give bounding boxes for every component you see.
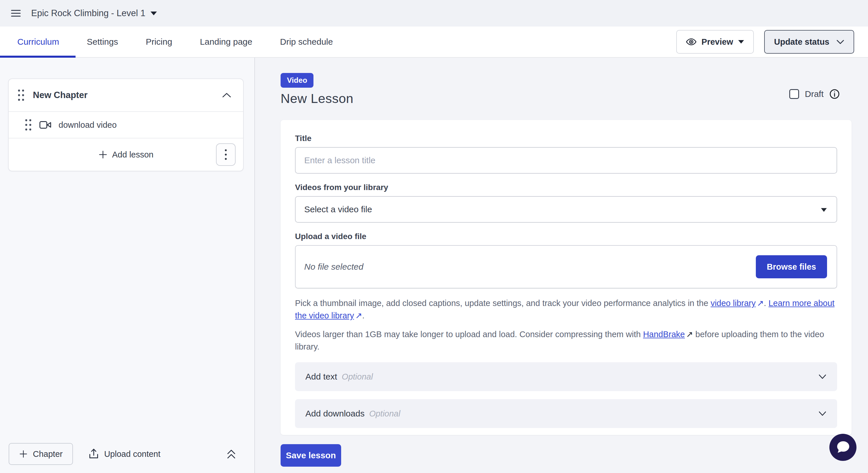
drag-handle-icon[interactable] xyxy=(18,89,24,101)
add-chapter-label: Chapter xyxy=(33,449,63,459)
kebab-menu-icon xyxy=(224,149,227,161)
lesson-type-badge: Video xyxy=(281,73,313,88)
lesson-header: Video New Lesson Draft xyxy=(255,58,868,106)
lesson-item[interactable]: download video xyxy=(9,111,243,138)
draft-checkbox[interactable] xyxy=(789,89,799,99)
chapter-menu-button[interactable] xyxy=(216,143,236,166)
active-tab-underline xyxy=(0,56,75,58)
sidebar-bottom-bar: Chapter Upload content xyxy=(0,435,254,473)
tab-pricing[interactable]: Pricing xyxy=(132,27,186,57)
hamburger-menu-icon[interactable] xyxy=(11,9,21,17)
add-chapter-button[interactable]: Chapter xyxy=(9,443,73,465)
caret-down-icon xyxy=(151,11,157,15)
add-text-accordion[interactable]: Add text Optional xyxy=(295,362,837,391)
page-title: New Lesson xyxy=(281,91,840,106)
tab-settings[interactable]: Settings xyxy=(73,27,132,57)
plus-icon xyxy=(98,150,107,159)
external-link-icon: ↗ xyxy=(685,328,693,341)
update-status-button[interactable]: Update status xyxy=(764,30,854,54)
save-lesson-button[interactable]: Save lesson xyxy=(281,444,341,467)
video-camera-icon xyxy=(39,120,52,129)
lesson-form-card: Title Videos from your library Select a … xyxy=(281,120,851,435)
tab-drip-schedule[interactable]: Drip schedule xyxy=(266,27,347,57)
chat-bubble-icon xyxy=(835,440,850,454)
course-switcher[interactable]: Epic Rock Climbing - Level 1 xyxy=(31,8,157,19)
curriculum-sidebar: New Chapter xyxy=(0,58,255,473)
upload-content-label: Upload content xyxy=(104,449,160,459)
chevron-down-icon xyxy=(818,411,827,416)
tab-landing-page[interactable]: Landing page xyxy=(186,27,266,57)
add-lesson-label: Add lesson xyxy=(112,150,154,159)
caret-down-icon xyxy=(738,40,744,43)
external-link-icon: ↗ xyxy=(755,297,764,310)
file-drop-zone[interactable]: No file selected Browse files xyxy=(295,245,837,288)
library-field-group: Videos from your library Select a video … xyxy=(295,183,837,223)
external-link-icon: ↗ xyxy=(354,310,362,322)
chevron-down-icon xyxy=(818,374,827,380)
course-title: Epic Rock Climbing - Level 1 xyxy=(31,8,145,19)
add-downloads-accordion[interactable]: Add downloads Optional xyxy=(295,399,837,428)
optional-tag: Optional xyxy=(369,409,400,418)
tab-curriculum[interactable]: Curriculum xyxy=(3,27,73,57)
double-chevron-up-icon xyxy=(226,448,237,460)
tab-list: Curriculum Settings Pricing Landing page… xyxy=(0,27,347,57)
plus-icon xyxy=(19,450,28,458)
video-library-link[interactable]: video library xyxy=(711,298,755,308)
lesson-editor: Video New Lesson Draft Title xyxy=(255,58,868,473)
preview-label: Preview xyxy=(702,37,733,47)
upload-field-label: Upload a video file xyxy=(295,232,837,241)
video-library-help-text: Pick a thumbnail image, add closed capti… xyxy=(295,297,837,322)
help-text-segment: . xyxy=(362,311,365,320)
tabbar-actions: Preview Update status xyxy=(676,30,854,54)
topbar: Epic Rock Climbing - Level 1 xyxy=(0,0,868,27)
collapse-sidebar-button[interactable] xyxy=(226,448,237,460)
info-icon[interactable] xyxy=(829,89,840,99)
no-file-text: No file selected xyxy=(304,262,363,272)
chapter-card: New Chapter xyxy=(8,78,244,171)
optional-tag: Optional xyxy=(342,372,373,382)
video-library-select-value: Select a video file xyxy=(304,204,372,214)
chat-widget-button[interactable] xyxy=(829,434,857,461)
chapter-footer: Add lesson xyxy=(9,138,243,171)
library-field-label: Videos from your library xyxy=(295,183,837,192)
preview-button[interactable]: Preview xyxy=(676,30,754,54)
chevron-up-icon[interactable] xyxy=(222,92,231,98)
title-field-label: Title xyxy=(295,134,837,143)
compression-help-text: Videos larger than 1GB may take longer t… xyxy=(295,328,837,353)
tabbar: Curriculum Settings Pricing Landing page… xyxy=(0,27,868,58)
upload-icon xyxy=(89,448,99,460)
drag-handle-icon[interactable] xyxy=(25,119,31,131)
update-status-label: Update status xyxy=(774,37,829,47)
video-library-select[interactable]: Select a video file xyxy=(295,196,837,223)
chevron-down-icon xyxy=(836,39,844,44)
select-caret-icon xyxy=(821,208,827,212)
eye-icon xyxy=(686,37,696,46)
help-text-segment: . xyxy=(764,298,769,308)
add-downloads-label: Add downloads xyxy=(305,409,365,418)
draft-label: Draft xyxy=(805,89,824,99)
handbrake-link[interactable]: HandBrake xyxy=(643,330,685,339)
lesson-title: download video xyxy=(59,120,117,130)
upload-content-button[interactable]: Upload content xyxy=(89,448,160,460)
add-text-label: Add text xyxy=(305,372,337,382)
lesson-title-input[interactable] xyxy=(295,147,837,174)
draft-toggle-group: Draft xyxy=(789,89,840,99)
chapter-header[interactable]: New Chapter xyxy=(9,79,243,111)
help-text-segment: Videos larger than 1GB may take longer t… xyxy=(295,330,643,339)
browse-files-button[interactable]: Browse files xyxy=(756,255,827,278)
title-field-group: Title xyxy=(295,134,837,174)
add-lesson-button[interactable]: Add lesson xyxy=(98,150,154,159)
help-text-segment: Pick a thumbnail image, add closed capti… xyxy=(295,298,711,308)
chapter-title: New Chapter xyxy=(33,90,87,100)
upload-field-group: Upload a video file No file selected Bro… xyxy=(295,232,837,288)
